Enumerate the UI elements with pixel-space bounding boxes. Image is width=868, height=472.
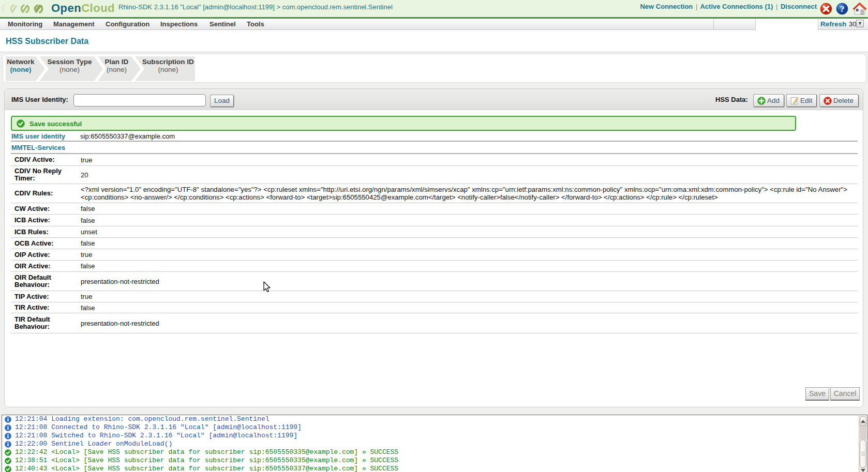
svg-text:?: ? — [840, 4, 845, 14]
